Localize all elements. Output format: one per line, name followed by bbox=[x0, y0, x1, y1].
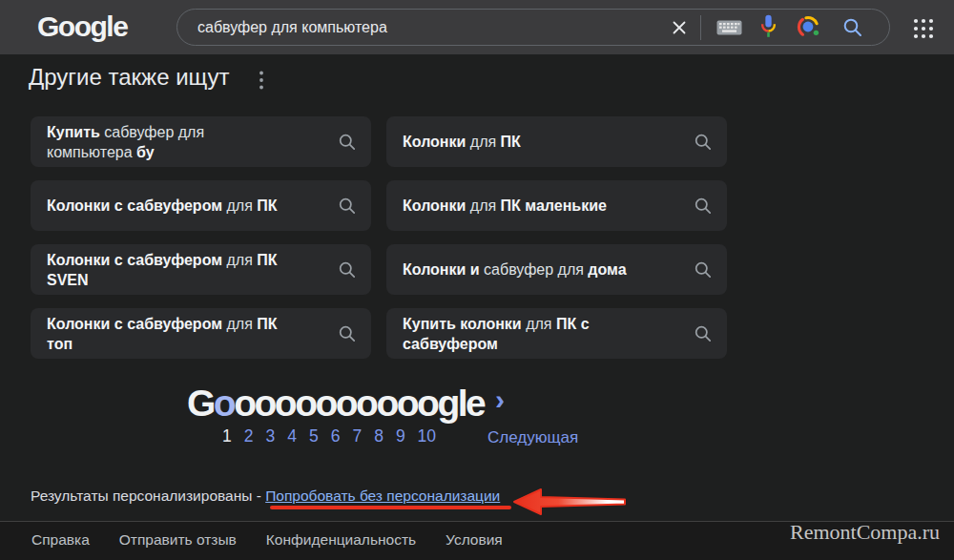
google-logo[interactable]: Google bbox=[37, 10, 127, 43]
microphone-icon[interactable] bbox=[759, 14, 778, 40]
tile-label: Купить колонки для ПК с сабвуфером bbox=[403, 314, 694, 354]
related-search-tile[interactable]: Купить сабвуфер для компьютера бу bbox=[31, 116, 371, 167]
related-search-tile[interactable]: Колонки с сабвуфером для ПК топ bbox=[31, 308, 371, 359]
related-search-tile[interactable]: Колонки с сабвуфером для ПК SVEN bbox=[31, 244, 371, 295]
watermark: RemontCompa.ru bbox=[790, 520, 940, 545]
personalization-text: Результаты персонализированы - bbox=[31, 487, 265, 504]
clear-icon[interactable] bbox=[672, 20, 687, 35]
search-icon bbox=[694, 197, 713, 216]
search-icon bbox=[694, 324, 713, 343]
related-search-tile[interactable]: Колонки для ПК bbox=[386, 116, 727, 167]
search-input[interactable]: сабвуфер для компьютера bbox=[197, 19, 672, 36]
annotation-arrow-icon bbox=[512, 487, 629, 517]
pagination-current-o: o bbox=[214, 383, 234, 424]
page-link[interactable]: 4 bbox=[287, 426, 297, 446]
search-icon bbox=[338, 133, 357, 152]
related-search-tile[interactable]: Купить колонки для ПК с сабвуфером bbox=[386, 308, 727, 359]
tile-label: Купить сабвуфер для компьютера бу bbox=[47, 122, 338, 162]
page-link[interactable]: 5 bbox=[309, 426, 319, 446]
search-icon bbox=[694, 260, 713, 280]
pagination-logo-end: ogle bbox=[417, 383, 484, 424]
next-page-chevron-icon[interactable]: › bbox=[495, 385, 505, 414]
footer-links: СправкаОтправить отзывКонфиденциальность… bbox=[31, 531, 503, 549]
related-search-tile[interactable]: Колонки с сабвуфером для ПК bbox=[31, 180, 371, 231]
related-search-tile[interactable]: Колонки и сабвуфер для дома bbox=[386, 244, 727, 295]
no-personalization-link[interactable]: Попробовать без персонализации bbox=[265, 487, 500, 504]
apps-grid-icon[interactable] bbox=[912, 17, 935, 44]
search-box[interactable]: сабвуфер для компьютера bbox=[176, 9, 890, 46]
search-box-icons bbox=[672, 14, 864, 40]
keyboard-icon[interactable] bbox=[716, 18, 742, 36]
page-link[interactable]: 7 bbox=[352, 426, 362, 446]
annotation-underline bbox=[270, 506, 511, 509]
pagination-logo-g: G bbox=[187, 383, 214, 424]
personalization-note: Результаты персонализированы - Попробова… bbox=[31, 487, 500, 505]
footer: СправкаОтправить отзывКонфиденциальность… bbox=[0, 521, 954, 560]
search-icon bbox=[338, 197, 357, 216]
page-link[interactable]: 9 bbox=[396, 426, 405, 446]
tile-label: Колонки и сабвуфер для дома bbox=[403, 259, 694, 280]
related-search-tile[interactable]: Колонки для ПК маленькие bbox=[386, 180, 727, 231]
pagination-logo: Gooooooooooogle bbox=[187, 383, 484, 425]
search-icon bbox=[694, 133, 713, 152]
page-link[interactable]: 2 bbox=[244, 426, 254, 446]
footer-link[interactable]: Отправить отзыв bbox=[119, 531, 237, 549]
related-searches-grid: Купить сабвуфер для компьютера буКолонки… bbox=[31, 116, 727, 359]
search-icon bbox=[338, 324, 357, 343]
lens-icon[interactable] bbox=[797, 15, 820, 39]
more-options-icon[interactable] bbox=[258, 70, 265, 94]
page-link[interactable]: 10 bbox=[418, 426, 436, 446]
pagination-logo-os: ooooooooo bbox=[234, 383, 417, 424]
page-link[interactable]: 3 bbox=[265, 426, 275, 446]
related-searches-heading: Другие также ищут bbox=[29, 64, 230, 91]
search-icon bbox=[338, 260, 357, 280]
tile-label: Колонки с сабвуфером для ПК топ bbox=[47, 314, 338, 354]
top-app-bar: Google сабвуфер для компьютера bbox=[0, 0, 954, 54]
current-page-number: 1 bbox=[222, 426, 232, 446]
tile-label: Колонки для ПК маленькие bbox=[403, 196, 694, 216]
page-link[interactable]: 6 bbox=[331, 426, 341, 446]
footer-link[interactable]: Справка bbox=[31, 531, 90, 549]
footer-link[interactable]: Условия bbox=[446, 531, 503, 549]
page-link[interactable]: 8 bbox=[374, 426, 384, 446]
next-page-link[interactable]: Следующая bbox=[487, 428, 578, 447]
tile-label: Колонки для ПК bbox=[403, 132, 694, 152]
google-search-page: Google сабвуфер для компьютера bbox=[0, 0, 954, 560]
footer-link[interactable]: Конфиденциальность bbox=[266, 531, 416, 549]
search-icon[interactable] bbox=[841, 16, 864, 39]
tile-label: Колонки с сабвуфером для ПК SVEN bbox=[47, 250, 338, 290]
page-numbers: 12345678910 bbox=[222, 426, 436, 446]
tile-label: Колонки с сабвуфером для ПК bbox=[47, 196, 338, 216]
divider bbox=[700, 15, 701, 40]
